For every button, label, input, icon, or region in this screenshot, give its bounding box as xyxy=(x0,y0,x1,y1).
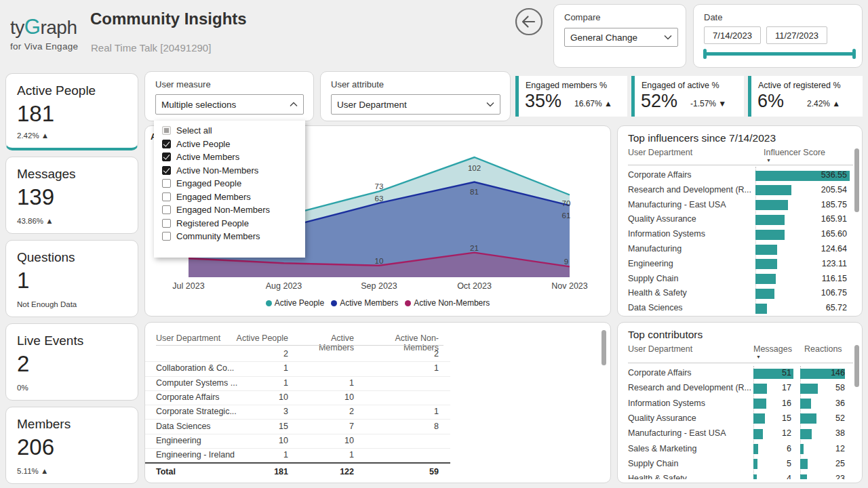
scrollbar-thumb[interactable] xyxy=(601,330,606,365)
messages-value: 6 xyxy=(764,444,791,453)
cell-active-non-members: 1 xyxy=(384,361,439,375)
legend-item-active-people[interactable]: Active People xyxy=(266,298,324,308)
contributor-row[interactable]: Sales & Marketing 6 12 xyxy=(618,442,862,457)
checkbox-icon[interactable] xyxy=(162,219,171,228)
measure-option-community-members[interactable]: Community Members xyxy=(154,230,305,243)
contributor-row[interactable]: Quality Assurance 15 52 xyxy=(618,411,862,426)
checkbox-icon[interactable] xyxy=(162,166,171,175)
column-header[interactable]: Active People xyxy=(233,333,288,343)
legend-item-active-members[interactable]: Active Members xyxy=(331,298,398,308)
measure-option-engaged-non-members[interactable]: Engaged Non-Members xyxy=(154,203,305,217)
contributor-row[interactable]: Information Systems 16 36 xyxy=(618,396,862,411)
influencer-row[interactable]: Information Systems 165.60 xyxy=(618,227,862,242)
influencer-row[interactable]: Corporate Affairs 536.55 xyxy=(618,168,862,183)
cell-department: Data Sciences xyxy=(156,420,211,434)
legend-dot-icon xyxy=(266,300,272,306)
user-attribute-selected-value: User Department xyxy=(337,100,407,110)
date-start-input[interactable]: 7/14/2023 xyxy=(704,26,761,44)
table-row[interactable]: 2 2 xyxy=(145,347,450,362)
checkbox-icon[interactable] xyxy=(162,126,171,135)
back-arrow-icon xyxy=(514,7,544,37)
back-button[interactable] xyxy=(514,7,544,37)
option-label: Active People xyxy=(176,139,231,149)
measure-option-registered-people[interactable]: Registered People xyxy=(154,217,305,230)
influencer-row[interactable]: Health & Safety 106.75 xyxy=(618,286,862,301)
table-row[interactable]: Corporate Affairs 10 10 xyxy=(145,390,450,405)
user-measure-select[interactable]: Multiple selections xyxy=(155,94,304,115)
kpi-value: 181 xyxy=(17,101,54,127)
table-row[interactable]: Corporate Strategic... 3 2 1 xyxy=(145,405,450,420)
score-bar xyxy=(755,215,785,225)
date-panel: Date 7/14/2023 11/27/2023 xyxy=(693,4,863,68)
checkbox-icon[interactable] xyxy=(162,140,171,148)
kpi-card-live-events[interactable]: Live Events 2 0% xyxy=(5,323,138,401)
row-label: Corporate Affairs xyxy=(628,170,692,180)
measure-option-active-non-members[interactable]: Active Non-Members xyxy=(154,164,305,178)
checkbox-icon[interactable] xyxy=(162,179,171,188)
measure-option-active-people[interactable]: Active People xyxy=(154,138,305,151)
influencer-row[interactable]: Manufacturing - East USA 185.75 xyxy=(618,198,862,213)
influencer-row[interactable]: Data Sciences 65.72 xyxy=(618,301,862,316)
scrollbar-thumb[interactable] xyxy=(854,148,859,212)
kpi-card-messages[interactable]: Messages 139 43.86% ▲ xyxy=(5,157,138,234)
legend-item-active-non-members[interactable]: Active Non-Members xyxy=(405,298,490,308)
option-label: Active Non-Members xyxy=(176,165,258,176)
column-header-reactions[interactable]: Reactions xyxy=(804,344,842,354)
compare-panel: Compare General Change xyxy=(553,4,686,68)
cell-active-members: 7 xyxy=(299,420,354,434)
checkbox-icon[interactable] xyxy=(162,232,171,241)
influencer-row[interactable]: Manufacturing 124.64 xyxy=(618,242,862,257)
compare-select[interactable]: General Change xyxy=(564,28,678,47)
column-header[interactable]: User Department xyxy=(156,333,220,343)
influencer-row[interactable]: Engineering 123.11 xyxy=(618,257,862,272)
table-row[interactable]: Engineering 10 10 xyxy=(145,434,450,449)
date-label: Date xyxy=(704,12,722,22)
table-row[interactable]: Collaboration & Co... 1 1 xyxy=(145,361,450,376)
kpi-card-active-people[interactable]: Active People 181 2.42% ▲ xyxy=(5,73,138,150)
row-value: 124.64 xyxy=(793,244,847,253)
contributor-row[interactable]: Manufacturing - East USA 12 38 xyxy=(618,426,862,441)
date-slider-handle-left[interactable] xyxy=(703,49,707,59)
checkbox-icon[interactable] xyxy=(162,152,171,161)
metric-tile-1[interactable]: Engaged members % 35% 16.67% ▲ xyxy=(515,76,627,117)
table-row[interactable]: Engineering - Ireland 1 1 xyxy=(145,448,450,463)
measure-option-engaged-members[interactable]: Engaged Members xyxy=(154,190,305,204)
metric-tile-3[interactable]: Active of registered % 6% 2.42% ▲ xyxy=(748,76,863,117)
contributor-row[interactable]: Supply Chain 5 25 xyxy=(618,457,862,472)
kpi-card-members[interactable]: Members 206 5.11% ▲ xyxy=(5,407,138,484)
row-label: Health & Safety xyxy=(628,288,687,298)
score-bar xyxy=(755,200,788,210)
influencer-row[interactable]: Research and Development (R... 205.54 xyxy=(618,183,862,198)
column-header-user-department[interactable]: User Department xyxy=(628,148,692,157)
logo-ty: ty xyxy=(10,17,24,38)
cell-active-members: 1 xyxy=(299,376,354,390)
date-end-input[interactable]: 11/27/2023 xyxy=(766,26,827,44)
scrollbar-thumb[interactable] xyxy=(854,345,859,387)
date-slider-handle-right[interactable] xyxy=(852,49,856,59)
reactions-value: 25 xyxy=(818,459,845,468)
column-header-influencer-score[interactable]: Influencer Score xyxy=(764,148,825,157)
table-row[interactable]: Data Sciences 15 7 8 xyxy=(145,420,450,434)
date-slider-track[interactable] xyxy=(705,52,855,56)
user-attribute-select[interactable]: User Department xyxy=(331,94,500,115)
contributor-row[interactable]: Corporate Affairs 51 146 xyxy=(618,366,862,381)
metric-tile-2[interactable]: Engaged of active % 52% -1.57% ▼ xyxy=(631,76,744,117)
influencer-row[interactable]: Quality Assurance 165.91 xyxy=(618,212,862,227)
column-header-user-department[interactable]: User Department xyxy=(628,344,692,354)
checkbox-icon[interactable] xyxy=(162,192,171,201)
measure-option-active-members[interactable]: Active Members xyxy=(154,150,305,164)
kpi-card-questions[interactable]: Questions 1 Not Enough Data xyxy=(5,240,138,317)
contributor-row[interactable]: Health & Safety 4 23 xyxy=(618,472,862,479)
contributor-row[interactable]: Research and Development (R... 17 58 xyxy=(618,381,862,396)
column-header-messages[interactable]: Messages xyxy=(753,344,792,354)
table-row[interactable]: Computer Systems ... 1 1 xyxy=(145,376,450,391)
messages-bar xyxy=(753,459,757,469)
measure-option-engaged-people[interactable]: Engaged People xyxy=(154,177,305,190)
influencer-row[interactable]: Supply Chain 116.15 xyxy=(618,272,862,287)
chevron-up-icon xyxy=(290,102,298,107)
cell-active-people: 10 xyxy=(233,434,288,448)
reactions-bar xyxy=(800,429,812,439)
messages-value: 17 xyxy=(764,383,791,392)
checkbox-icon[interactable] xyxy=(162,205,171,214)
measure-option-select-all[interactable]: Select all xyxy=(154,124,305,138)
